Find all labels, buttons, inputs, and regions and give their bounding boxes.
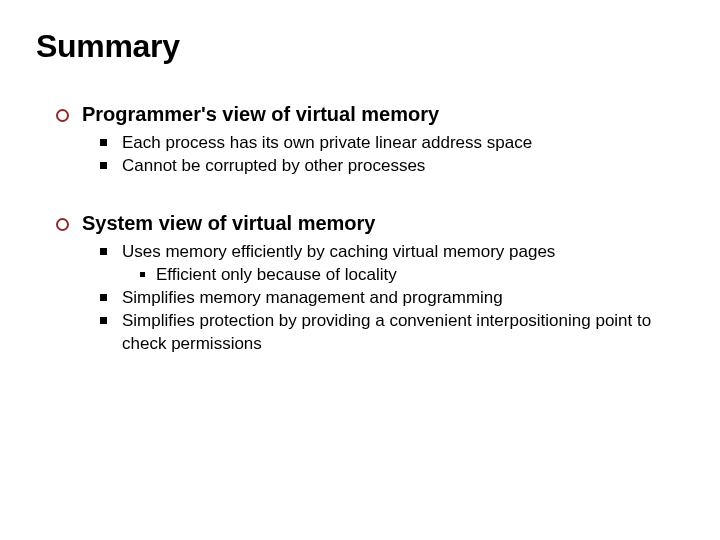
inner-list: Uses memory efficiently by caching virtu… xyxy=(82,241,684,356)
inner-bullet: Simplifies memory management and program… xyxy=(100,287,684,310)
third-bullet: Efficient only because of locality xyxy=(140,264,684,287)
inner-bullet: Simplifies protection by providing a con… xyxy=(100,310,684,356)
outer-bullet: Programmer's view of virtual memory Each… xyxy=(56,103,684,178)
inner-bullet-text: Uses memory efficiently by caching virtu… xyxy=(122,242,555,261)
third-list: Efficient only because of locality xyxy=(122,264,684,287)
slide-title: Summary xyxy=(36,28,684,65)
outer-bullet-label: Programmer's view of virtual memory xyxy=(82,103,684,126)
bullet-list: Programmer's view of virtual memory Each… xyxy=(36,103,684,356)
inner-bullet: Uses memory efficiently by caching virtu… xyxy=(100,241,684,287)
outer-bullet: System view of virtual memory Uses memor… xyxy=(56,212,684,356)
inner-list: Each process has its own private linear … xyxy=(82,132,684,178)
inner-bullet: Cannot be corrupted by other processes xyxy=(100,155,684,178)
inner-bullet: Each process has its own private linear … xyxy=(100,132,684,155)
outer-bullet-label: System view of virtual memory xyxy=(82,212,684,235)
